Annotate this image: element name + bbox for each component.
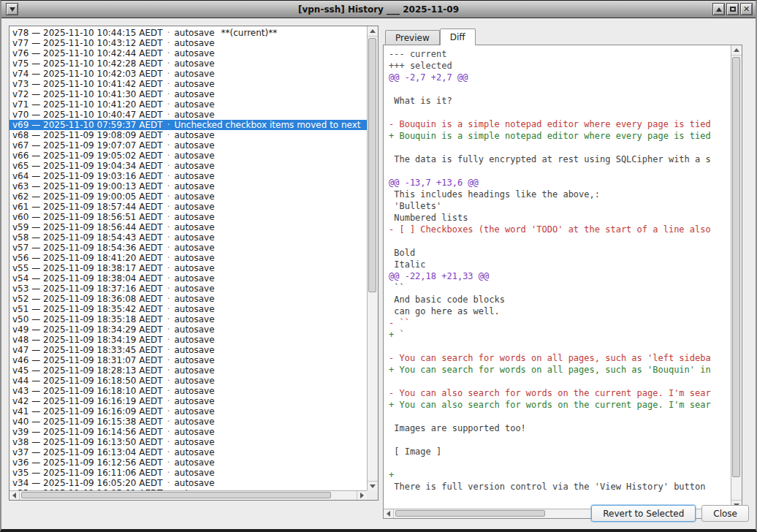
version-row[interactable]: v75 — 2025-11-10 10:42:28 AEDT·autosave	[9, 58, 367, 69]
version-list-viewport[interactable]: v78 — 2025-11-10 10:44:15 AEDT·autosave*…	[9, 26, 367, 491]
version-row[interactable]: v68 — 2025-11-09 19:08:09 AEDT·autosave	[9, 130, 367, 140]
version-row[interactable]: v58 — 2025-11-09 18:54:43 AEDT·autosave	[9, 232, 367, 243]
diff-line: + You can search for words on all pages,…	[389, 364, 731, 376]
diff-line: + Bouquin is a simple notepad editor whe…	[389, 130, 731, 142]
diff-line	[389, 107, 731, 118]
scroll-down-button[interactable]	[368, 481, 378, 491]
version-row[interactable]: v51 — 2025-11-09 18:35:42 AEDT·autosave	[9, 304, 367, 314]
version-row[interactable]: v70 — 2025-11-10 10:40:47 AEDT·autosave	[9, 110, 367, 120]
version-row[interactable]: v42 — 2025-11-09 16:16:19 AEDT·autosave	[9, 396, 367, 406]
history-dialog-window: [vpn-ssh] History ___ 2025-11-09 ✕ v78 —…	[0, 0, 757, 532]
version-row[interactable]: v44 — 2025-11-09 16:18:50 AEDT·autosave	[9, 376, 367, 386]
close-icon: ✕	[743, 5, 750, 13]
version-row[interactable]: v49 — 2025-11-09 18:34:29 AEDT·autosave	[9, 324, 367, 335]
diff-line: And basic code blocks	[389, 294, 731, 305]
scroll-up-button[interactable]	[368, 26, 378, 37]
scroll-right-button[interactable]	[357, 491, 367, 500]
diff-line: - You can search for words on all pages,…	[389, 352, 731, 364]
version-row[interactable]: v35 — 2025-11-09 16:11:06 AEDT·autosave	[9, 468, 367, 478]
version-row[interactable]: v73 — 2025-11-10 10:41:42 AEDT·autosave	[9, 79, 367, 89]
version-row[interactable]: v57 — 2025-11-09 18:54:36 AEDT·autosave	[9, 243, 367, 253]
version-row[interactable]: v45 — 2025-11-09 18:28:13 AEDT·autosave	[9, 365, 367, 376]
version-row[interactable]: v37 — 2025-11-09 16:13:04 AEDT·autosave	[9, 447, 367, 457]
version-list-vscrollbar[interactable]	[367, 26, 378, 491]
version-row[interactable]: v66 — 2025-11-09 19:05:02 AEDT·autosave	[9, 151, 367, 161]
tab-preview[interactable]: Preview	[385, 30, 440, 45]
arrow-left-icon	[12, 493, 16, 498]
version-row[interactable]: v61 — 2025-11-09 18:57:44 AEDT·autosave	[9, 202, 367, 212]
version-row[interactable]: v64 — 2025-11-09 19:03:16 AEDT·autosave	[9, 171, 367, 181]
button-row: Revert to Selected Close	[591, 505, 749, 522]
version-row[interactable]: v46 — 2025-11-09 18:31:07 AEDT·autosave	[9, 355, 367, 365]
version-row[interactable]: v40 — 2025-11-09 16:15:38 AEDT·autosave	[9, 417, 367, 427]
version-row[interactable]: v72 — 2025-11-10 10:41:30 AEDT·autosave	[9, 89, 367, 99]
version-row[interactable]: v59 — 2025-11-09 18:56:44 AEDT·autosave	[9, 222, 367, 232]
shade-icon	[716, 7, 722, 12]
version-row[interactable]: v56 — 2025-11-09 18:41:20 AEDT·autosave	[9, 253, 367, 263]
version-row[interactable]: v54 — 2025-11-09 18:38:04 AEDT·autosave	[9, 273, 367, 284]
version-row[interactable]: v76 — 2025-11-10 10:42:44 AEDT·autosave	[9, 48, 367, 58]
maximize-icon	[730, 7, 736, 12]
revert-to-selected-button[interactable]: Revert to Selected	[591, 505, 696, 522]
version-row[interactable]: v41 — 2025-11-09 16:16:09 AEDT·autosave	[9, 406, 367, 417]
shade-button[interactable]	[712, 3, 725, 15]
diff-line: --- current	[389, 48, 731, 60]
diff-line	[389, 341, 731, 352]
scroll-left-button[interactable]	[9, 491, 20, 500]
diff-line: @@ -22,18 +21,33 @@	[389, 270, 731, 282]
diff-line: - Bouquin is a simple notepad editor whe…	[389, 118, 731, 130]
version-row[interactable]: v34 — 2025-11-09 16:05:20 AEDT·autosave	[9, 478, 367, 488]
titlebar[interactable]: [vpn-ssh] History ___ 2025-11-09 ✕	[1, 1, 756, 18]
arrow-right-icon	[360, 493, 364, 498]
version-row[interactable]: v50 — 2025-11-09 18:35:18 AEDT·autosave	[9, 314, 367, 324]
arrow-left-icon	[387, 511, 390, 517]
diff-line: @@ -13,7 +13,6 @@	[389, 177, 731, 189]
tab-diff[interactable]: Diff	[440, 28, 476, 45]
version-row[interactable]: v71 — 2025-11-10 10:41:20 AEDT·autosave	[9, 99, 367, 110]
version-row[interactable]: v67 — 2025-11-09 19:07:07 AEDT·autosave	[9, 140, 367, 151]
version-row[interactable]: v74 — 2025-11-10 10:42:03 AEDT·autosave	[9, 69, 367, 79]
hscrollbar-thumb[interactable]	[395, 510, 545, 517]
diff-vscrollbar[interactable]	[731, 45, 742, 510]
diff-line: Italic	[389, 259, 731, 270]
diff-line: +	[389, 469, 731, 481]
version-row[interactable]: v38 — 2025-11-09 16:13:50 AEDT·autosave	[9, 437, 367, 447]
diff-line: Images are supported too!	[389, 422, 731, 434]
diff-line: What is it?	[389, 95, 731, 107]
diff-line: [ Image ]	[389, 446, 731, 457]
diff-line: - You can also search for words on the c…	[389, 387, 731, 399]
vscrollbar-thumb[interactable]	[732, 57, 740, 477]
version-list-hscrollbar[interactable]	[9, 490, 367, 500]
version-row[interactable]: v43 — 2025-11-09 16:18:10 AEDT·autosave	[9, 386, 367, 396]
version-row[interactable]: v65 — 2025-11-09 19:04:34 AEDT·autosave	[9, 161, 367, 171]
version-row[interactable]: v78 — 2025-11-10 10:44:15 AEDT·autosave*…	[9, 28, 367, 38]
version-row[interactable]: v53 — 2025-11-09 18:37:16 AEDT·autosave	[9, 284, 367, 294]
version-row[interactable]: v63 — 2025-11-09 19:00:13 AEDT·autosave	[9, 181, 367, 191]
maximize-button[interactable]	[726, 3, 739, 15]
close-dialog-button[interactable]: Close	[701, 505, 749, 522]
hscrollbar-thumb[interactable]	[21, 492, 331, 498]
version-row[interactable]: v47 — 2025-11-09 18:33:45 AEDT·autosave	[9, 345, 367, 355]
dialog-body: v78 — 2025-11-10 10:44:15 AEDT·autosave*…	[1, 19, 756, 529]
window-menu-button[interactable]	[6, 3, 18, 15]
window-menu-icon	[9, 7, 15, 12]
close-button[interactable]: ✕	[740, 3, 753, 15]
diff-line	[389, 165, 731, 177]
scroll-up-button[interactable]	[731, 45, 742, 56]
diff-content[interactable]: --- current+++ selected@@ -2,7 +2,7 @@ W…	[384, 45, 731, 510]
version-row[interactable]: v69 — 2025-11-10 07:59:37 AEDT·Unchecked…	[9, 120, 367, 130]
version-row[interactable]: v39 — 2025-11-09 16:14:56 AEDT·autosave	[9, 427, 367, 437]
scroll-left-button[interactable]	[384, 509, 394, 518]
version-row[interactable]: v77 — 2025-11-10 10:43:12 AEDT·autosave	[9, 38, 367, 48]
version-row[interactable]: v36 — 2025-11-09 16:12:56 AEDT·autosave	[9, 457, 367, 468]
scrollbar-corner	[367, 490, 378, 500]
diff-line: Bold	[389, 247, 731, 259]
version-row[interactable]: v62 — 2025-11-09 19:00:05 AEDT·autosave	[9, 191, 367, 202]
window-title: [vpn-ssh] History ___ 2025-11-09	[1, 4, 756, 15]
version-row[interactable]: v48 — 2025-11-09 18:34:19 AEDT·autosave	[9, 335, 367, 345]
version-row[interactable]: v52 — 2025-11-09 18:36:08 AEDT·autosave	[9, 294, 367, 304]
diff-line	[389, 457, 731, 469]
version-row[interactable]: v55 — 2025-11-09 18:38:17 AEDT·autosave	[9, 263, 367, 273]
vscrollbar-thumb[interactable]	[368, 38, 376, 292]
version-row[interactable]: v60 — 2025-11-09 18:56:51 AEDT·autosave	[9, 212, 367, 222]
